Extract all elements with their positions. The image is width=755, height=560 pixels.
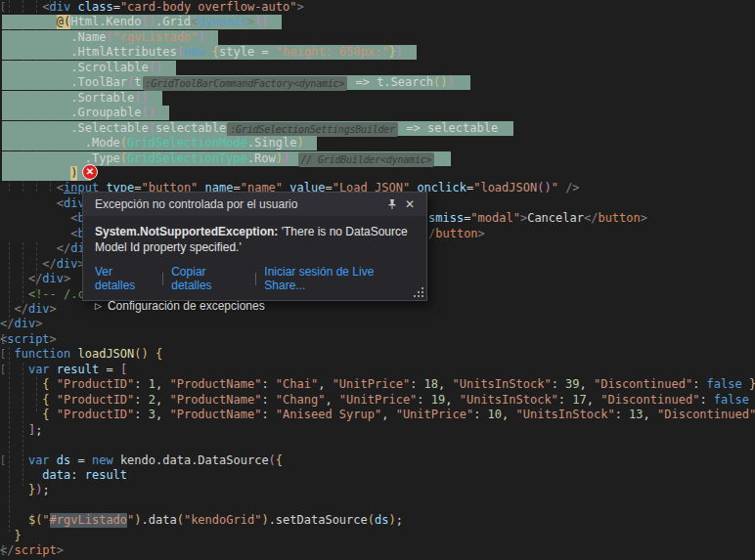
code-line[interactable]: <div class="card-body overflow-auto"> xyxy=(0,0,304,16)
code-line[interactable]: }); xyxy=(0,483,50,498)
close-icon[interactable]: ✕ xyxy=(401,195,419,213)
code-line[interactable]: .Sortable() xyxy=(0,91,149,107)
code-token: > xyxy=(478,227,485,241)
code-line[interactable]: .Type(GridSelectionType.Row)) // GridBui… xyxy=(0,151,435,167)
code-token: () xyxy=(142,106,155,120)
code-line[interactable]: .Groupable() xyxy=(0,106,155,121)
code-line[interactable]: .Mode(GridSelectionMode.Single) xyxy=(0,136,304,151)
code-line[interactable]: </div> xyxy=(0,257,85,273)
code-token: ( xyxy=(177,45,184,60)
outline-collapse-mark[interactable]: [ xyxy=(0,365,6,374)
code-token: @( xyxy=(57,15,70,29)
code-token: , xyxy=(155,408,169,422)
code-line[interactable]: <b/button> xyxy=(0,227,85,242)
code-line[interactable]: </div> xyxy=(0,272,70,287)
resize-grip[interactable] xyxy=(414,287,423,297)
code-line[interactable]: var ds = new kendo.data.DataSource({ xyxy=(0,453,283,469)
code-line[interactable]: ]; xyxy=(0,423,42,439)
code-line[interactable]: .Name("rgvListado") xyxy=(0,30,205,46)
code-line[interactable]: </div> xyxy=(0,302,57,318)
code-token: var xyxy=(28,453,50,468)
code-line[interactable]: { "ProductID": 1, "ProductName": "Chai",… xyxy=(0,377,755,393)
code-token: Cancelar xyxy=(527,211,584,226)
outline-collapse-mark[interactable]: [ xyxy=(0,349,6,359)
code-token: > xyxy=(50,302,57,317)
code-line[interactable]: @(Html.Kendo().Grid<dynamic>() xyxy=(0,15,269,30)
code-token: "UnitPrice" xyxy=(396,408,473,422)
code-token: 13 xyxy=(629,408,643,422)
outline-collapse-mark[interactable]: [ xyxy=(0,2,6,12)
code-line[interactable]: ) xyxy=(0,166,77,182)
code-line[interactable]: $("#rgvListado").data("kendoGrid").setDa… xyxy=(0,513,403,529)
outline-collapse-mark[interactable]: [ xyxy=(0,334,6,344)
code-token: $( xyxy=(28,513,42,528)
code-token: [ xyxy=(120,363,127,377)
code-token: : xyxy=(699,393,713,408)
code-line[interactable]: .Scrollable() xyxy=(0,61,162,76)
code-token xyxy=(749,393,755,408)
code-token: "UnitPrice" xyxy=(339,393,417,408)
code-token: () xyxy=(134,347,148,362)
code-token: 3 xyxy=(149,408,155,422)
code-token: 39 xyxy=(565,377,579,392)
code-token: = xyxy=(466,181,473,195)
code-line[interactable]: </div> xyxy=(0,317,42,332)
code-line[interactable]: </script> xyxy=(0,543,64,559)
code-token: ; xyxy=(42,483,49,497)
code-token: { xyxy=(212,45,219,60)
code-token: </ xyxy=(584,211,598,226)
code-token: "Discontinued" xyxy=(657,408,755,422)
code-token: : xyxy=(473,408,487,422)
pin-icon[interactable] xyxy=(383,195,401,213)
code-token: ) xyxy=(283,151,289,166)
code-line[interactable]: <div xyxy=(0,196,85,212)
code-token: t.Search xyxy=(377,75,433,90)
code-line[interactable]: function loadJSON() { xyxy=(0,347,162,363)
code-token: : xyxy=(410,377,423,392)
chevron-right-icon: ▷ xyxy=(95,301,102,311)
code-token: "ProductID" xyxy=(57,377,134,392)
live-share-link[interactable]: Iniciar sesión de Live Share... xyxy=(264,265,415,292)
code-token: "ProductName" xyxy=(169,408,261,422)
code-line[interactable]: .ToolBar(t:GridToolBarCommandFactory<dyn… xyxy=(0,75,455,91)
code-line[interactable]: data: result xyxy=(0,468,127,484)
code-token: } xyxy=(28,483,35,497)
code-line[interactable]: { "ProductID": 3, "ProductName": "Anisee… xyxy=(0,408,755,423)
code-token: : xyxy=(261,408,275,422)
code-token: = xyxy=(70,453,92,468)
code-token: "ProductName" xyxy=(169,393,261,408)
code-line[interactable]: .Selectable(selectable:GridSelectionSett… xyxy=(0,121,498,137)
code-token: , xyxy=(155,377,169,392)
exception-dialog-titlebar[interactable]: Excepción no controlada por el usuario ✕ xyxy=(83,193,426,216)
code-token: ds xyxy=(375,513,388,528)
code-token: " xyxy=(552,181,558,195)
copy-details-link[interactable]: Copiar detalles xyxy=(171,265,247,292)
code-token: function xyxy=(14,347,70,362)
code-token: , xyxy=(438,377,452,392)
code-token: div xyxy=(42,272,64,286)
code-editor-pane[interactable]: ✕ Excepción no controlada por el usuario… xyxy=(0,0,755,560)
code-line[interactable]: { "ProductID": 2, "ProductName": "Chang"… xyxy=(0,393,755,409)
outline-collapse-mark[interactable]: [ xyxy=(0,545,6,555)
code-token: : xyxy=(417,393,430,408)
code-line[interactable]: .HtmlAttributes(new {style = "height: 65… xyxy=(0,45,403,61)
code-token: .Single xyxy=(247,136,297,151)
code-line[interactable]: var result = [ xyxy=(0,363,127,378)
outline-collapse-mark[interactable]: [ xyxy=(0,455,6,465)
code-token: 1 xyxy=(149,377,155,392)
code-token: } xyxy=(749,377,755,392)
code-line[interactable]: <script> xyxy=(0,332,57,348)
view-details-link[interactable]: Ver detalles xyxy=(95,265,155,292)
code-token: : xyxy=(70,468,84,483)
code-line[interactable]: <bsmiss="modal">Cancelar</button> xyxy=(0,211,85,227)
code-token: , xyxy=(318,377,332,392)
code-token: style = xyxy=(219,45,276,60)
code-token xyxy=(70,347,77,362)
code-token: > xyxy=(520,211,527,226)
exception-settings-expander[interactable]: ▷ Configuración de excepciones xyxy=(83,292,426,313)
code-token: "rgvListado" xyxy=(113,30,199,45)
code-token: t xyxy=(134,75,141,90)
code-token: ) xyxy=(447,75,454,90)
code-line[interactable]: } xyxy=(0,529,22,544)
code-token: "ProductID" xyxy=(57,393,134,408)
